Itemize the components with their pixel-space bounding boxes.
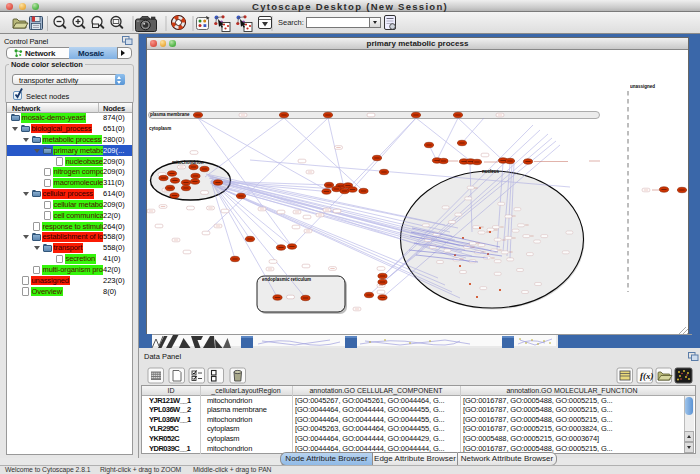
svg-text:f(x): f(x) (640, 371, 654, 381)
